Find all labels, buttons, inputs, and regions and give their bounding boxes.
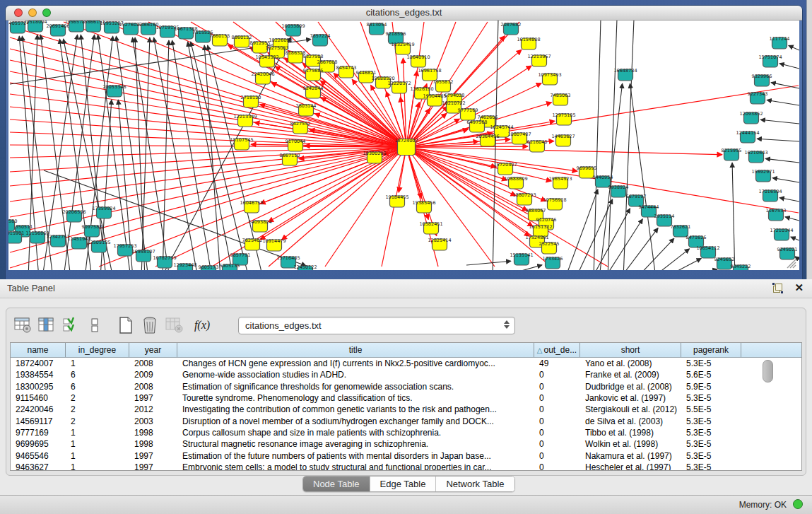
node-label: 11325419 [391, 42, 414, 47]
table-selector-dropdown[interactable]: citations_edges.txt [238, 317, 515, 334]
new-table-icon[interactable] [115, 315, 136, 336]
node-label: 16245744 [490, 124, 513, 130]
node-label: 9699695 [577, 165, 597, 171]
column-header-out_de[interactable]: △out_de... [534, 343, 580, 357]
tab-node-table[interactable]: Node Table [303, 477, 370, 491]
cell-name: 9463627 [11, 462, 66, 471]
table-row[interactable]: 977716911998Corpus callosum shape and si… [11, 427, 801, 438]
node-label: 9175685 [303, 68, 324, 74]
cell-in_degree: 2 [66, 416, 129, 426]
node-label: 12450122 [293, 264, 317, 270]
table-row[interactable]: 1938455462009Genome-wide association stu… [11, 369, 801, 380]
table-row[interactable]: 946554611997Estimation of the future num… [11, 450, 801, 461]
node-label: 7660155 [210, 33, 230, 39]
delete-table-icon[interactable] [163, 315, 184, 336]
vertical-scrollbar-thumb[interactable] [763, 360, 773, 382]
node-label: 19904485 [423, 93, 446, 99]
function-builder-icon[interactable]: f(x) [192, 315, 213, 336]
column-header-title[interactable]: title [177, 343, 534, 357]
resize-grip-icon[interactable] [787, 259, 796, 268]
node-label: 15135141 [510, 252, 533, 258]
node-label: 10807487 [507, 132, 531, 137]
node-label: 16958107 [131, 249, 155, 255]
cell-pagerank: 5.5E-5 [681, 404, 741, 414]
node-label: 7955812 [433, 79, 454, 85]
edge [757, 139, 799, 141]
table-panel-header: Table Panel ✕ [0, 279, 812, 298]
node-label: 17524861 [525, 235, 548, 240]
cell-name: 22420046 [11, 404, 66, 414]
show-columns-icon[interactable] [36, 315, 57, 336]
edge [779, 198, 799, 201]
table-row[interactable]: 1456911722003Disruption of a novel membe… [11, 415, 801, 426]
column-header-name[interactable]: name [11, 343, 66, 357]
cell-pagerank: 5.6E-5 [681, 370, 741, 380]
close-icon[interactable]: ✕ [794, 281, 804, 294]
network-canvas[interactable]: 1405572420518004206914061956578015866151… [8, 21, 799, 270]
tab-edge-table[interactable]: Edge Table [370, 477, 437, 491]
cell-out_de: 0 [534, 451, 580, 461]
delete-columns-icon[interactable] [139, 315, 160, 336]
column-header-pagerank[interactable]: pagerank [681, 343, 741, 357]
node-label: 15385456 [412, 200, 435, 206]
node-label: 8215955 [722, 148, 742, 153]
table-row[interactable]: 911546021997Tourette syndrome. Phenomeno… [11, 392, 801, 404]
cell-out_de: 0 [534, 439, 580, 449]
column-header-in_degree[interactable]: in_degree [66, 343, 129, 357]
node-label: 1117244 [770, 36, 790, 42]
edge [10, 147, 406, 217]
node-label: 9245652 [714, 257, 735, 262]
node-label: 9446821 [356, 70, 377, 76]
table-body: 1872400712008Changes of HCN gene express… [11, 358, 801, 471]
node-label: 9938924 [608, 185, 629, 190]
node-label: 16961758 [418, 68, 441, 74]
node-label: 17957253 [113, 243, 136, 249]
cell-out_de: 0 [534, 404, 580, 414]
row-height-icon[interactable] [84, 315, 105, 336]
column-header-short[interactable]: short [580, 343, 681, 357]
attribute-table: namein_degreeyeartitle△out_de...shortpag… [10, 342, 802, 471]
cell-short: Jankovic et al. (1997) [580, 393, 681, 403]
cell-name: 9115460 [11, 393, 66, 403]
cell-name: 18300295 [11, 382, 66, 392]
node-label: 6679197 [626, 194, 647, 199]
tab-network-table[interactable]: Network Table [436, 477, 514, 491]
node-label: 20518004 [23, 21, 47, 25]
memory-status-indicator[interactable] [793, 499, 803, 509]
node-label: 2935114 [654, 214, 675, 219]
cell-short: Wolkin et al. (1998) [580, 439, 681, 449]
edge [620, 228, 658, 270]
node-label: 9327508 [303, 54, 324, 59]
edge [681, 269, 717, 270]
cell-title: Investigating the contribution of common… [177, 404, 534, 414]
sort-ascending-icon: △ [537, 346, 543, 354]
node-label: 14093824 [248, 219, 271, 225]
cell-short: Tibbo et al. (1998) [580, 428, 681, 438]
table-row[interactable]: 946362711997Embryonic stem cells: a mode… [11, 462, 801, 471]
node-label: 20364436 [476, 134, 499, 139]
node-label: 12444154 [736, 130, 759, 136]
table-row[interactable]: 1872400712008Changes of HCN gene express… [11, 358, 801, 369]
column-header-year[interactable]: year [129, 343, 177, 357]
table-row[interactable]: 969969511998Structural magnetic resonanc… [11, 438, 801, 450]
cell-in_degree: 1 [66, 451, 129, 461]
table-settings-icon[interactable] [12, 315, 33, 336]
cell-name: 9465546 [11, 451, 66, 461]
node-label: 12213349 [233, 114, 257, 119]
network-window-titlebar[interactable]: citations_edges.txt [6, 6, 802, 21]
edge [779, 64, 799, 69]
float-window-icon[interactable] [773, 284, 782, 293]
node-label: 9857791 [230, 252, 251, 258]
node-label: 20206536 [62, 209, 86, 215]
cell-title: Changes of HCN gene expression and I(f) … [177, 358, 534, 368]
dropdown-stepper-icon [504, 320, 510, 329]
table-row[interactable]: 1830029562008Estimation of significance … [11, 381, 801, 392]
node-label: 7632621 [671, 224, 691, 230]
select-columns-icon[interactable] [60, 315, 81, 336]
node-label: 9245021 [777, 247, 798, 252]
cell-out_de: 49 [534, 358, 580, 368]
cell-short: Franke et al. (2009) [580, 370, 681, 380]
table-row[interactable]: 2242004622012Investigating the contribut… [11, 404, 801, 415]
node-label: 18300295 [363, 151, 386, 156]
cell-out_de: 0 [534, 382, 580, 392]
